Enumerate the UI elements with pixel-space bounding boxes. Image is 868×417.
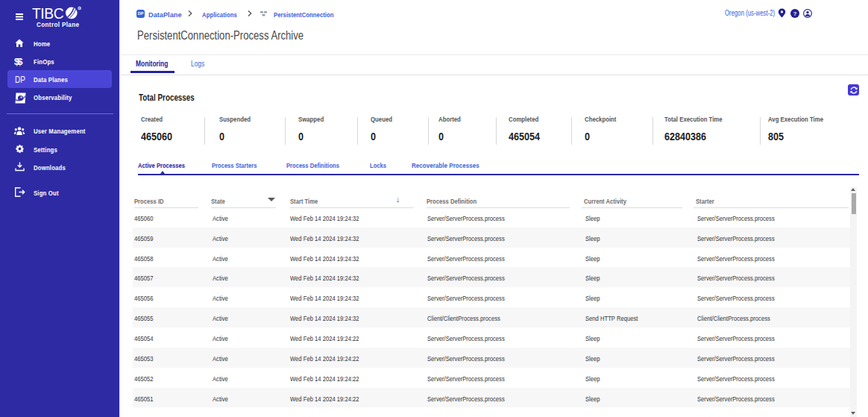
svg-text:TIBC: TIBC [32, 5, 63, 22]
svg-text:?: ? [793, 10, 797, 17]
